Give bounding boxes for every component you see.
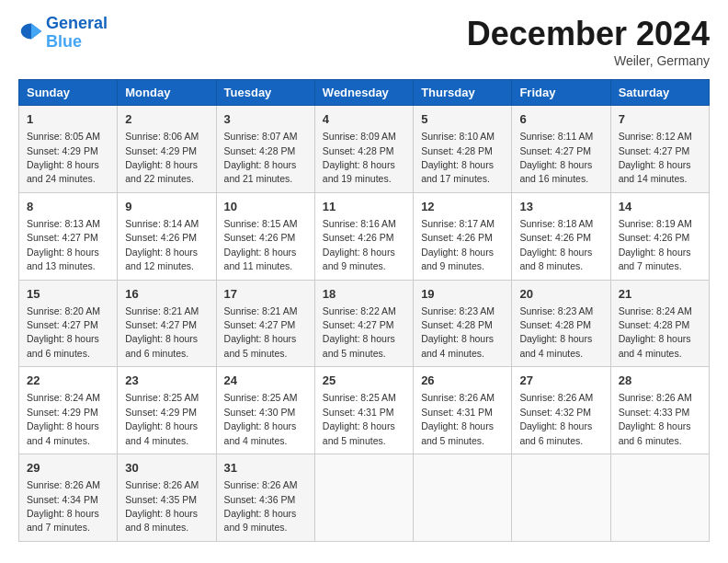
weekday-header-cell: Sunday xyxy=(19,80,118,106)
day-number: 1 xyxy=(27,111,109,128)
day-number: 30 xyxy=(125,460,208,477)
calendar-week-row: 29 Sunrise: 8:26 AM Sunset: 4:34 PM Dayl… xyxy=(19,454,710,542)
day-info: Sunrise: 8:15 AM Sunset: 4:26 PM Dayligh… xyxy=(224,218,298,271)
calendar-day-cell xyxy=(314,454,413,542)
logo: General Blue xyxy=(18,15,108,52)
location-subtitle: Weiler, Germany xyxy=(467,53,710,68)
day-info: Sunrise: 8:23 AM Sunset: 4:28 PM Dayligh… xyxy=(519,305,593,359)
calendar-day-cell: 5 Sunrise: 8:10 AM Sunset: 4:28 PM Dayli… xyxy=(414,106,512,193)
calendar-day-cell: 22 Sunrise: 8:24 AM Sunset: 4:29 PM Dayl… xyxy=(19,367,118,454)
weekday-header-cell: Friday xyxy=(512,80,610,106)
day-info: Sunrise: 8:19 AM Sunset: 4:26 PM Dayligh… xyxy=(619,218,692,271)
day-info: Sunrise: 8:13 AM Sunset: 4:27 PM Dayligh… xyxy=(27,218,100,271)
calendar-day-cell: 15 Sunrise: 8:20 AM Sunset: 4:27 PM Dayl… xyxy=(19,280,118,367)
calendar-day-cell: 16 Sunrise: 8:21 AM Sunset: 4:27 PM Dayl… xyxy=(118,280,216,367)
day-info: Sunrise: 8:21 AM Sunset: 4:27 PM Dayligh… xyxy=(125,305,199,359)
day-number: 15 xyxy=(27,286,109,303)
weekday-header-cell: Monday xyxy=(118,80,216,106)
weekday-header-row: SundayMondayTuesdayWednesdayThursdayFrid… xyxy=(19,80,710,106)
day-number: 23 xyxy=(125,373,208,389)
day-info: Sunrise: 8:26 AM Sunset: 4:32 PM Dayligh… xyxy=(519,392,593,445)
day-info: Sunrise: 8:25 AM Sunset: 4:30 PM Dayligh… xyxy=(224,392,298,445)
calendar-day-cell: 27 Sunrise: 8:26 AM Sunset: 4:32 PM Dayl… xyxy=(512,367,610,454)
day-info: Sunrise: 8:26 AM Sunset: 4:31 PM Dayligh… xyxy=(421,392,495,445)
calendar-day-cell: 24 Sunrise: 8:25 AM Sunset: 4:30 PM Dayl… xyxy=(216,367,314,454)
day-number: 14 xyxy=(619,199,701,215)
day-number: 5 xyxy=(421,111,504,128)
day-number: 26 xyxy=(421,373,504,389)
calendar-day-cell: 18 Sunrise: 8:22 AM Sunset: 4:27 PM Dayl… xyxy=(314,280,413,367)
calendar-day-cell: 6 Sunrise: 8:11 AM Sunset: 4:27 PM Dayli… xyxy=(512,106,610,193)
calendar-day-cell: 30 Sunrise: 8:26 AM Sunset: 4:35 PM Dayl… xyxy=(118,454,216,542)
day-number: 28 xyxy=(619,373,701,389)
day-number: 21 xyxy=(619,286,701,303)
month-year-title: December 2024 xyxy=(467,15,710,53)
weekday-header-cell: Saturday xyxy=(610,80,709,106)
calendar-week-row: 8 Sunrise: 8:13 AM Sunset: 4:27 PM Dayli… xyxy=(19,192,710,280)
calendar-day-cell: 31 Sunrise: 8:26 AM Sunset: 4:36 PM Dayl… xyxy=(216,454,314,542)
calendar-day-cell: 17 Sunrise: 8:21 AM Sunset: 4:27 PM Dayl… xyxy=(216,280,314,367)
calendar-week-row: 15 Sunrise: 8:20 AM Sunset: 4:27 PM Dayl… xyxy=(19,280,710,367)
calendar-day-cell: 2 Sunrise: 8:06 AM Sunset: 4:29 PM Dayli… xyxy=(118,106,216,193)
calendar-day-cell: 20 Sunrise: 8:23 AM Sunset: 4:28 PM Dayl… xyxy=(512,280,610,367)
calendar-day-cell xyxy=(512,454,610,542)
day-number: 29 xyxy=(27,460,109,477)
weekday-header-cell: Thursday xyxy=(414,80,512,106)
day-info: Sunrise: 8:21 AM Sunset: 4:27 PM Dayligh… xyxy=(224,305,298,359)
calendar-day-cell: 7 Sunrise: 8:12 AM Sunset: 4:27 PM Dayli… xyxy=(610,106,709,193)
day-info: Sunrise: 8:18 AM Sunset: 4:26 PM Dayligh… xyxy=(519,218,593,271)
day-number: 10 xyxy=(224,199,307,215)
calendar-day-cell: 9 Sunrise: 8:14 AM Sunset: 4:26 PM Dayli… xyxy=(118,192,216,280)
calendar-day-cell: 29 Sunrise: 8:26 AM Sunset: 4:34 PM Dayl… xyxy=(19,454,118,542)
day-number: 31 xyxy=(224,460,307,477)
day-info: Sunrise: 8:23 AM Sunset: 4:28 PM Dayligh… xyxy=(421,305,495,359)
day-number: 25 xyxy=(323,373,405,389)
day-number: 13 xyxy=(519,199,602,215)
day-info: Sunrise: 8:12 AM Sunset: 4:27 PM Dayligh… xyxy=(619,131,692,184)
calendar-day-cell: 13 Sunrise: 8:18 AM Sunset: 4:26 PM Dayl… xyxy=(512,192,610,280)
day-info: Sunrise: 8:05 AM Sunset: 4:29 PM Dayligh… xyxy=(27,131,100,184)
day-info: Sunrise: 8:17 AM Sunset: 4:26 PM Dayligh… xyxy=(421,218,495,271)
day-info: Sunrise: 8:10 AM Sunset: 4:28 PM Dayligh… xyxy=(421,131,495,184)
calendar-day-cell xyxy=(610,454,709,542)
calendar-day-cell: 8 Sunrise: 8:13 AM Sunset: 4:27 PM Dayli… xyxy=(19,192,118,280)
day-info: Sunrise: 8:22 AM Sunset: 4:27 PM Dayligh… xyxy=(323,305,396,359)
calendar-day-cell xyxy=(414,454,512,542)
calendar-day-cell: 10 Sunrise: 8:15 AM Sunset: 4:26 PM Dayl… xyxy=(216,192,314,280)
calendar-day-cell: 21 Sunrise: 8:24 AM Sunset: 4:28 PM Dayl… xyxy=(610,280,709,367)
day-number: 9 xyxy=(125,199,208,215)
calendar-table: SundayMondayTuesdayWednesdayThursdayFrid… xyxy=(18,79,710,542)
day-number: 27 xyxy=(519,373,602,389)
day-number: 8 xyxy=(27,199,109,215)
page-header: General Blue December 2024 Weiler, Germa… xyxy=(18,15,710,68)
calendar-day-cell: 28 Sunrise: 8:26 AM Sunset: 4:33 PM Dayl… xyxy=(610,367,709,454)
day-number: 16 xyxy=(125,286,208,303)
day-number: 4 xyxy=(323,111,405,128)
day-info: Sunrise: 8:26 AM Sunset: 4:33 PM Dayligh… xyxy=(619,392,692,445)
day-number: 19 xyxy=(421,286,504,303)
weekday-header-cell: Wednesday xyxy=(314,80,413,106)
day-info: Sunrise: 8:24 AM Sunset: 4:29 PM Dayligh… xyxy=(27,392,100,445)
calendar-day-cell: 19 Sunrise: 8:23 AM Sunset: 4:28 PM Dayl… xyxy=(414,280,512,367)
day-info: Sunrise: 8:26 AM Sunset: 4:36 PM Dayligh… xyxy=(224,479,298,533)
day-number: 12 xyxy=(421,199,504,215)
calendar-day-cell: 1 Sunrise: 8:05 AM Sunset: 4:29 PM Dayli… xyxy=(19,106,118,193)
day-info: Sunrise: 8:06 AM Sunset: 4:29 PM Dayligh… xyxy=(125,131,199,184)
calendar-day-cell: 25 Sunrise: 8:25 AM Sunset: 4:31 PM Dayl… xyxy=(314,367,413,454)
day-info: Sunrise: 8:11 AM Sunset: 4:27 PM Dayligh… xyxy=(519,131,593,184)
day-info: Sunrise: 8:24 AM Sunset: 4:28 PM Dayligh… xyxy=(619,305,692,359)
calendar-week-row: 22 Sunrise: 8:24 AM Sunset: 4:29 PM Dayl… xyxy=(19,367,710,454)
day-info: Sunrise: 8:14 AM Sunset: 4:26 PM Dayligh… xyxy=(125,218,199,271)
weekday-header-cell: Tuesday xyxy=(216,80,314,106)
day-number: 18 xyxy=(323,286,405,303)
calendar-week-row: 1 Sunrise: 8:05 AM Sunset: 4:29 PM Dayli… xyxy=(19,106,710,193)
day-info: Sunrise: 8:25 AM Sunset: 4:31 PM Dayligh… xyxy=(323,392,396,445)
calendar-day-cell: 11 Sunrise: 8:16 AM Sunset: 4:26 PM Dayl… xyxy=(314,192,413,280)
calendar-day-cell: 3 Sunrise: 8:07 AM Sunset: 4:28 PM Dayli… xyxy=(216,106,314,193)
day-number: 22 xyxy=(27,373,109,389)
day-number: 24 xyxy=(224,373,307,389)
day-number: 3 xyxy=(224,111,307,128)
day-info: Sunrise: 8:09 AM Sunset: 4:28 PM Dayligh… xyxy=(323,131,396,184)
title-block: December 2024 Weiler, Germany xyxy=(467,15,710,68)
day-info: Sunrise: 8:16 AM Sunset: 4:26 PM Dayligh… xyxy=(323,218,396,271)
